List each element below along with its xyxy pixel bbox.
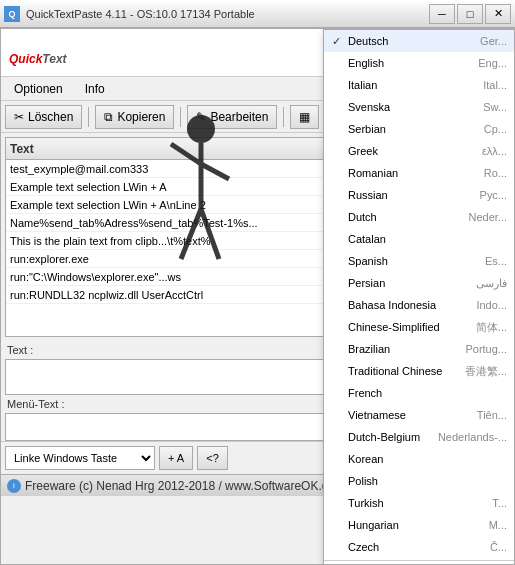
lang-native-hungarian: M... <box>489 519 507 531</box>
lang-native-deutsch: Ger... <box>480 35 507 47</box>
lang-native-turkish: T... <box>492 497 507 509</box>
lang-name-korean: Korean <box>348 453 507 465</box>
lang-native-bahasa: Indo... <box>476 299 507 311</box>
lang-item-english[interactable]: English Eng... <box>324 52 515 74</box>
lang-item-persian[interactable]: Persian فارسی <box>324 272 515 294</box>
lang-item-czech[interactable]: Czech Č... <box>324 536 515 558</box>
lang-item-brazilian[interactable]: Brazilian Portug... <box>324 338 515 360</box>
lang-name-spanish: Spanish <box>348 255 485 267</box>
edit-label: Bearbeiten <box>210 110 268 124</box>
lang-item-polish[interactable]: Polish <box>324 470 515 492</box>
lang-native-serbian: Ср... <box>484 123 507 135</box>
lang-item-svenska[interactable]: Svenska Sw... <box>324 96 515 118</box>
extra-icon: ▦ <box>299 110 310 124</box>
menu-optionen[interactable]: Optionen <box>5 79 72 99</box>
lang-name-polish: Polish <box>348 475 507 487</box>
logo-quick: Quick <box>9 52 42 66</box>
lang-native-greek: ελλ... <box>482 145 507 157</box>
lang-native-dutch-belgium: Nederlands-... <box>438 431 507 443</box>
lang-native-romanian: Ro... <box>484 167 507 179</box>
lang-name-english: English <box>348 57 478 69</box>
dropdown-separator <box>324 560 515 561</box>
lang-name-deutsch: Deutsch <box>348 35 480 47</box>
delete-label: Löschen <box>28 110 73 124</box>
lang-item-vietnamese[interactable]: Vietnamese Tiên... <box>324 404 515 426</box>
lang-item-hungarian[interactable]: Hungarian M... <box>324 514 515 536</box>
scissors-icon: ✂ <box>14 110 24 124</box>
title-bar-text: QuickTextPaste 4.11 - OS:10.0 17134 Port… <box>26 8 429 20</box>
lang-native-vietnamese: Tiên... <box>477 409 507 421</box>
lang-name-persian: Persian <box>348 277 476 289</box>
lang-item-catalan[interactable]: Catalan <box>324 228 515 250</box>
status-icon: i <box>7 479 21 493</box>
lang-name-svenska: Svenska <box>348 101 483 113</box>
close-button[interactable]: ✕ <box>485 4 511 24</box>
main-window: QuickText Optionen Info ✂ Löschen ⧉ Kopi… <box>0 28 515 565</box>
lang-name-brazilian: Brazilian <box>348 343 465 355</box>
lang-item-bahasa[interactable]: Bahasa Indonesia Indo... <box>324 294 515 316</box>
logo: QuickText <box>9 36 67 70</box>
lang-item-serbian[interactable]: Serbian Ср... <box>324 118 515 140</box>
copy-button[interactable]: ⧉ Kopieren <box>95 105 174 129</box>
lang-item-chinese-simplified[interactable]: Chinese-Simplified 简体... <box>324 316 515 338</box>
title-bar-buttons: ─ □ ✕ <box>429 4 511 24</box>
lang-native-czech: Č... <box>490 541 507 553</box>
lang-item-deutsch[interactable]: ✓ Deutsch Ger... <box>324 30 515 52</box>
lang-item-russian[interactable]: Russian Рус... <box>324 184 515 206</box>
lang-name-chinese-simplified: Chinese-Simplified <box>348 321 476 333</box>
lang-item-romanian[interactable]: Romanian Ro... <box>324 162 515 184</box>
toolbar-separator-3 <box>283 107 284 127</box>
lang-native-chinese-simplified: 简体... <box>476 320 507 335</box>
lang-item-greek[interactable]: Greek ελλ... <box>324 140 515 162</box>
lang-item-dutch-belgium[interactable]: Dutch-Belgium Nederlands-... <box>324 426 515 448</box>
language-dropdown[interactable]: ✓ Deutsch Ger... English Eng... Italian … <box>323 29 515 565</box>
lang-name-dutch-belgium: Dutch-Belgium <box>348 431 438 443</box>
lang-name-dutch: Dutch <box>348 211 468 223</box>
lang-native-svenska: Sw... <box>483 101 507 113</box>
delete-button[interactable]: ✂ Löschen <box>5 105 82 129</box>
lang-name-traditional-chinese: Traditional Chinese <box>348 365 465 377</box>
minimize-button[interactable]: ─ <box>429 4 455 24</box>
title-bar: Q QuickTextPaste 4.11 - OS:10.0 17134 Po… <box>0 0 515 28</box>
lang-item-korean[interactable]: Korean <box>324 448 515 470</box>
lang-name-romanian: Romanian <box>348 167 484 179</box>
lang-name-hungarian: Hungarian <box>348 519 489 531</box>
lang-native-spanish: Es... <box>485 255 507 267</box>
lang-name-czech: Czech <box>348 541 490 553</box>
lang-item-french[interactable]: French <box>324 382 515 404</box>
plus-key-button[interactable]: + A <box>159 446 193 470</box>
toolbar-separator-1 <box>88 107 89 127</box>
toolbar-separator-2 <box>180 107 181 127</box>
lang-native-brazilian: Portug... <box>465 343 507 355</box>
lang-name-catalan: Catalan <box>348 233 507 245</box>
edit-icon: ✎ <box>196 110 206 124</box>
lang-name-italian: Italian <box>348 79 483 91</box>
lang-item-turkish[interactable]: Turkish T... <box>324 492 515 514</box>
lang-native-traditional-chinese: 香港繁... <box>465 364 507 379</box>
extra-button[interactable]: ▦ <box>290 105 319 129</box>
menu-info[interactable]: Info <box>76 79 114 99</box>
lang-name-french: French <box>348 387 507 399</box>
app-icon: Q <box>4 6 20 22</box>
lang-native-english: Eng... <box>478 57 507 69</box>
help-button[interactable]: <? <box>197 446 228 470</box>
lang-name-vietnamese: Vietnamese <box>348 409 477 421</box>
key-select[interactable]: Linke Windows Taste <box>5 446 155 470</box>
checkmark-icon: ✓ <box>332 35 346 48</box>
lang-name-serbian: Serbian <box>348 123 484 135</box>
lang-name-russian: Russian <box>348 189 480 201</box>
lang-native-dutch: Neder... <box>468 211 507 223</box>
lang-native-russian: Рус... <box>480 189 507 201</box>
copy-icon: ⧉ <box>104 110 113 124</box>
copy-label: Kopieren <box>117 110 165 124</box>
edit-button[interactable]: ✎ Bearbeiten <box>187 105 277 129</box>
status-text: Freeware (c) Nenad Hrg 2012-2018 / www.S… <box>25 479 335 493</box>
lang-item-italian[interactable]: Italian Ital... <box>324 74 515 96</box>
lang-name-greek: Greek <box>348 145 482 157</box>
logo-text: Text <box>42 52 66 66</box>
lang-item-spanish[interactable]: Spanish Es... <box>324 250 515 272</box>
lang-item-traditional-chinese[interactable]: Traditional Chinese 香港繁... <box>324 360 515 382</box>
lang-item-dutch[interactable]: Dutch Neder... <box>324 206 515 228</box>
lang-name-bahasa: Bahasa Indonesia <box>348 299 476 311</box>
maximize-button[interactable]: □ <box>457 4 483 24</box>
